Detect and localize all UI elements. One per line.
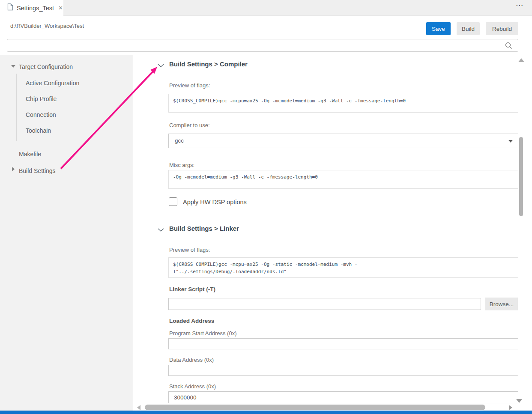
- compiler-select-value: gcc: [175, 137, 184, 144]
- sidebar-item-chip-profile[interactable]: Chip Profile: [26, 95, 57, 102]
- expand-collapse-icon[interactable]: [11, 65, 15, 68]
- search-bar: [0, 36, 532, 55]
- apply-hw-dsp-checkbox[interactable]: [169, 197, 177, 206]
- window-edge: [530, 55, 530, 411]
- sidebar-item-makefile[interactable]: Makefile: [19, 151, 41, 158]
- tab-bar: Settings_Test ✕ ⋯: [0, 0, 532, 16]
- sidebar-item-target-configuration[interactable]: Target Configuration: [19, 63, 73, 70]
- compiler-select[interactable]: gcc: [168, 134, 518, 148]
- program-start-address-input[interactable]: [168, 338, 518, 349]
- misc-args-label: Misc args:: [169, 162, 194, 168]
- scroll-left-icon[interactable]: [137, 405, 140, 410]
- settings-editor-window: Settings_Test ✕ ⋯ d:\RVBuilder_Workspace…: [0, 0, 532, 414]
- save-button[interactable]: Save: [426, 22, 451, 35]
- chevron-down-icon[interactable]: [158, 62, 164, 67]
- file-icon: [7, 3, 13, 12]
- sidebar-item-active-configuration[interactable]: Active Configuration: [26, 80, 79, 86]
- rebuild-button[interactable]: Rebuild: [486, 22, 518, 35]
- sidebar-item-connection[interactable]: Connection: [26, 111, 56, 118]
- program-start-address-label: Program Start Address (0x): [169, 330, 237, 337]
- tree-guide-line: [16, 74, 17, 141]
- sidebar-item-build-settings[interactable]: Build Settings: [19, 167, 56, 174]
- search-input[interactable]: [7, 39, 518, 52]
- apply-hw-dsp-label: Apply HW DSP options: [183, 199, 247, 206]
- workspace-path: d:\RVBuilder_Workspace\Test: [10, 23, 84, 29]
- more-options-icon[interactable]: ⋯: [516, 1, 523, 10]
- compiler-to-use-label: Compiler to use:: [169, 122, 210, 128]
- build-button[interactable]: Build: [457, 22, 480, 35]
- linker-preview-flags-field[interactable]: $(CROSS_COMPILE)gcc -mcpu=ax25 -Og -stat…: [168, 257, 518, 278]
- scroll-up-icon[interactable]: [518, 58, 524, 62]
- data-address-label: Data Address (0x): [169, 357, 214, 363]
- preview-of-flags-label: Preview of flags:: [169, 247, 210, 253]
- tab-close-icon[interactable]: ✕: [58, 5, 63, 11]
- data-address-input[interactable]: [168, 365, 518, 376]
- sidebar-item-toolchain[interactable]: Toolchain: [26, 127, 51, 134]
- linker-section-title[interactable]: Build Settings > Linker: [169, 225, 239, 232]
- browse-button[interactable]: Browse...: [485, 298, 518, 310]
- tab-settings-test[interactable]: Settings_Test ✕: [0, 0, 63, 16]
- compiler-preview-flags-field[interactable]: $(CROSS_COMPILE)gcc -mcpu=ax25 -Og -mcmo…: [168, 94, 518, 113]
- loaded-address-label: Loaded Address: [169, 318, 214, 324]
- linker-script-label: Linker Script (-T): [169, 286, 215, 292]
- pane-divider[interactable]: [136, 55, 136, 411]
- toolbar: d:\RVBuilder_Workspace\Test Save Build R…: [0, 16, 532, 36]
- bottom-accent-bar: [0, 411, 532, 414]
- chevron-down-icon[interactable]: [158, 226, 164, 231]
- chevron-down-icon: [508, 140, 513, 143]
- content-area: Target Configuration Active Configuratio…: [0, 55, 532, 411]
- settings-tree: Target Configuration Active Configuratio…: [0, 55, 133, 411]
- horizontal-scrollbar-thumb[interactable]: [145, 405, 485, 410]
- stack-address-label: Stack Address (0x): [169, 383, 216, 390]
- compiler-section-title[interactable]: Build Settings > Compiler: [169, 60, 248, 68]
- expand-icon[interactable]: [12, 167, 15, 171]
- scroll-down-icon[interactable]: [516, 399, 522, 403]
- scroll-right-icon[interactable]: [509, 405, 512, 410]
- search-icon: [505, 42, 512, 51]
- misc-args-field[interactable]: -Og -mcmodel=medium -g3 -Wall -c -fmessa…: [168, 170, 518, 189]
- vertical-scrollbar-thumb[interactable]: [519, 137, 523, 216]
- stack-address-input[interactable]: [168, 391, 518, 403]
- preview-of-flags-label: Preview of flags:: [169, 82, 210, 89]
- tab-title: Settings_Test: [17, 5, 54, 12]
- linker-script-input[interactable]: [168, 298, 481, 310]
